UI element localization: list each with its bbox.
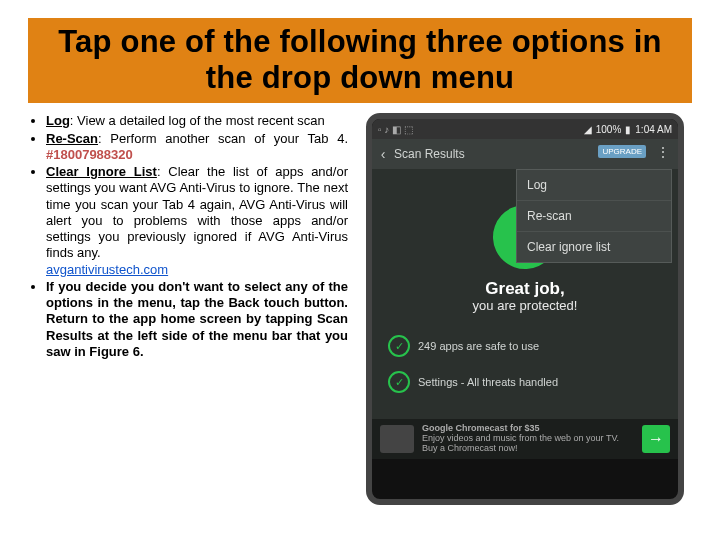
result-item[interactable]: ✓ 249 apps are safe to use bbox=[388, 335, 662, 357]
list-item: Re-Scan: Perform another scan of your Ta… bbox=[46, 131, 348, 164]
notification-icons: ▫ ♪ ◧ ⬚ bbox=[378, 124, 413, 135]
result-item[interactable]: ✓ Settings - All threats handled bbox=[388, 371, 662, 393]
ad-text: Google Chromecast for $35 Enjoy videos a… bbox=[422, 424, 634, 454]
check-circle-icon: ✓ bbox=[388, 371, 410, 393]
battery-percent: 100% bbox=[596, 124, 622, 135]
title-bar: Tap one of the following three options i… bbox=[28, 18, 692, 103]
ad-title: Google Chromecast for $35 bbox=[422, 423, 540, 433]
result-item-label: Settings - All threats handled bbox=[418, 376, 558, 388]
slide: { "title": "Tap one of the following thr… bbox=[0, 18, 720, 540]
ad-thumbnail bbox=[380, 425, 414, 453]
bullet-text: : View a detailed log of the most recent… bbox=[70, 113, 325, 128]
list-item: Log: View a detailed log of the most rec… bbox=[46, 113, 348, 129]
battery-icon: ▮ bbox=[625, 124, 631, 135]
result-subheading: you are protected! bbox=[372, 298, 678, 313]
ad-banner[interactable]: Google Chromecast for $35 Enjoy videos a… bbox=[372, 419, 678, 459]
website-link[interactable]: avgantivirustech.com bbox=[46, 262, 168, 277]
overflow-menu-icon[interactable]: ⋮ bbox=[656, 144, 670, 160]
bullet-list: Log: View a detailed log of the most rec… bbox=[28, 113, 348, 360]
bullet-term: Log bbox=[46, 113, 70, 128]
bullet-text: : Perform another scan of your Tab 4. bbox=[98, 131, 348, 146]
result-items: ✓ 249 apps are safe to use ✓ Settings - … bbox=[372, 335, 678, 393]
menu-item-rescan[interactable]: Re-scan bbox=[517, 201, 671, 232]
result-item-label: 249 apps are safe to use bbox=[418, 340, 539, 352]
list-item: If you decide you don't want to select a… bbox=[46, 279, 348, 360]
ad-subtitle: Enjoy videos and music from the web on y… bbox=[422, 433, 619, 453]
list-item: Clear Ignore List: Clear the list of app… bbox=[46, 164, 348, 278]
check-circle-icon: ✓ bbox=[388, 335, 410, 357]
phone-mockup: ▫ ♪ ◧ ⬚ ◢ 100% ▮ 1:04 AM ‹ Scan Results … bbox=[366, 113, 684, 505]
screenshot-container: ▫ ♪ ◧ ⬚ ◢ 100% ▮ 1:04 AM ‹ Scan Results … bbox=[366, 113, 692, 505]
dropdown-menu: Log Re-scan Clear ignore list bbox=[516, 169, 672, 263]
back-icon[interactable]: ‹ bbox=[372, 146, 394, 162]
clock: 1:04 AM bbox=[635, 124, 672, 135]
appbar-title[interactable]: Scan Results bbox=[394, 147, 465, 161]
content-row: Log: View a detailed log of the most rec… bbox=[0, 113, 720, 505]
menu-item-log[interactable]: Log bbox=[517, 170, 671, 201]
phone-number: #18007988320 bbox=[46, 147, 133, 162]
upgrade-button[interactable]: UPGRADE bbox=[598, 145, 646, 158]
result-heading: Great job, bbox=[372, 279, 678, 299]
ad-go-button[interactable]: → bbox=[642, 425, 670, 453]
app-bar: ‹ Scan Results UPGRADE ⋮ bbox=[372, 139, 678, 169]
slide-title: Tap one of the following three options i… bbox=[38, 24, 682, 95]
wifi-icon: ◢ bbox=[584, 124, 592, 135]
bullet-term: Clear Ignore List bbox=[46, 164, 157, 179]
bullet-term: Re-Scan bbox=[46, 131, 98, 146]
status-bar: ▫ ♪ ◧ ⬚ ◢ 100% ▮ 1:04 AM bbox=[372, 119, 678, 139]
menu-item-clear-ignore[interactable]: Clear ignore list bbox=[517, 232, 671, 262]
bullet-text: If you decide you don't want to select a… bbox=[46, 279, 348, 359]
bullet-list-container: Log: View a detailed log of the most rec… bbox=[28, 113, 348, 505]
